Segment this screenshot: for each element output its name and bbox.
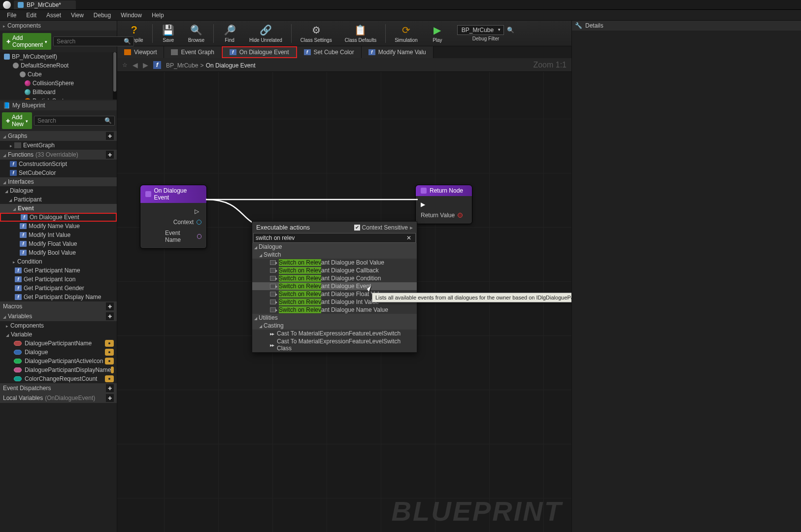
add-function-button[interactable] xyxy=(106,151,114,159)
class-defaults-button[interactable]: 📋Class Defaults xyxy=(341,23,380,44)
blueprint-graph-canvas[interactable]: BLUEPRINT On Dialogue Event Context Even… xyxy=(117,72,571,532)
add-localvar-button[interactable] xyxy=(106,394,114,402)
context-sensitive-toggle[interactable]: ✔Context Sensitive ▸ xyxy=(354,224,413,231)
visibility-toggle[interactable] xyxy=(105,375,114,382)
interface-function-item[interactable]: Modify Bool Value xyxy=(0,248,117,257)
interface-function-item[interactable]: Modify Int Value xyxy=(0,231,117,239)
section-graphs[interactable]: Graphs xyxy=(0,131,117,141)
exec-pin-out[interactable] xyxy=(195,208,201,215)
menu-help[interactable]: Help xyxy=(148,11,168,20)
function-item[interactable]: ConstructionScript xyxy=(19,161,67,167)
graph-item[interactable]: EventGraph xyxy=(23,142,55,149)
component-row[interactable]: Cube xyxy=(28,71,42,78)
function-item[interactable]: SetCubeColor xyxy=(19,169,56,176)
section-functions[interactable]: Functions (33 Overridable) xyxy=(0,150,117,160)
menu-asset[interactable]: Asset xyxy=(42,11,65,20)
interface-function-item[interactable]: Get Participant Name xyxy=(0,266,117,275)
play-button[interactable]: ▶Play xyxy=(427,23,448,44)
menu-window[interactable]: Window xyxy=(117,11,146,20)
blueprint-tree[interactable]: Graphs EventGraph Functions (33 Overrida… xyxy=(0,131,117,532)
tab-viewport[interactable]: Viewport xyxy=(117,46,164,58)
component-row[interactable]: CollisionSphere xyxy=(33,80,74,87)
find-button[interactable]: 🔎Find xyxy=(219,23,240,44)
interface-function-item[interactable]: Get Participant Icon xyxy=(0,275,117,284)
tab-modify-name-value[interactable]: Modify Name Valu xyxy=(362,46,434,58)
context-menu-item[interactable]: ▸▸Cast To MaterialExpressionFeatureLevel… xyxy=(252,330,417,337)
context-menu-item[interactable]: Switch on Relevant Dialogue Name Value xyxy=(252,306,417,314)
add-new-button[interactable]: Add New xyxy=(2,112,32,129)
nav-back-button[interactable]: ◀ xyxy=(133,61,138,69)
breadcrumb[interactable]: BP_MrCube > On Dialogue Event xyxy=(166,61,255,69)
component-row[interactable]: Billboard xyxy=(33,89,56,96)
node-context-menu[interactable]: Executable actions ✔Context Sensitive ▸ … xyxy=(252,221,417,353)
menu-view[interactable]: View xyxy=(67,11,88,20)
save-button[interactable]: 💾Save xyxy=(158,23,179,44)
section-event-dispatchers[interactable]: Event Dispatchers xyxy=(0,383,117,393)
interface-function-item[interactable]: Get Participant Gender xyxy=(0,284,117,293)
var-group-components[interactable]: Components xyxy=(10,322,44,329)
context-menu-item[interactable]: ▸▸Cast To MaterialExpressionFeatureLevel… xyxy=(252,337,417,352)
component-row[interactable]: BP_MrCube(self) xyxy=(12,53,57,60)
interface-event-group[interactable]: Event xyxy=(18,205,34,212)
node-return[interactable]: Return Node Return Value xyxy=(415,185,472,224)
components-header[interactable]: Components xyxy=(0,21,117,31)
scrollbar-thumb[interactable] xyxy=(113,52,116,92)
context-menu-item[interactable]: Switch on Relevant Dialogue Bool Value xyxy=(252,259,417,266)
my-blueprint-header[interactable]: 📘 My Blueprint xyxy=(0,100,117,110)
data-pin-in[interactable] xyxy=(458,213,463,218)
favorite-icon[interactable]: ☆ xyxy=(122,62,128,68)
menu-edit[interactable]: Edit xyxy=(22,11,40,20)
components-search-input[interactable] xyxy=(53,36,134,46)
on-dialogue-event-item[interactable]: On Dialogue Event xyxy=(0,213,117,222)
browse-button[interactable]: 🔍Browse xyxy=(184,23,208,44)
hide-unrelated-button[interactable]: 🔗Hide Unrelated xyxy=(245,23,286,44)
visibility-toggle[interactable] xyxy=(105,349,114,356)
nav-fwd-button[interactable]: ▶ xyxy=(143,61,148,69)
tab-on-dialogue-event[interactable]: On Dialogue Event xyxy=(222,46,297,58)
interface-function-item[interactable]: Get Participant Display Name xyxy=(0,293,117,301)
node-function-entry[interactable]: On Dialogue Event Context Event Name xyxy=(140,185,207,249)
exec-pin-in[interactable] xyxy=(421,201,428,208)
debug-target-selector[interactable]: BP_MrCube xyxy=(457,25,504,35)
simulation-button[interactable]: ⟳Simulation xyxy=(391,23,422,44)
context-menu-search-input[interactable] xyxy=(256,234,404,241)
interface-condition-group[interactable]: Condition xyxy=(17,258,42,265)
menu-file[interactable]: File xyxy=(3,11,20,20)
tab-event-graph[interactable]: Event Graph xyxy=(164,46,221,58)
section-interfaces[interactable]: Interfaces xyxy=(0,177,117,186)
variable-item[interactable]: Dialogue xyxy=(0,348,117,357)
variable-item[interactable]: ColorChangeRequestCount xyxy=(0,374,117,383)
visibility-toggle[interactable] xyxy=(105,340,114,347)
data-pin-out[interactable] xyxy=(197,220,201,225)
section-local-variables[interactable]: Local Variables (OnDialogueEvent) xyxy=(0,393,117,403)
interface-dialogue[interactable]: Dialogue xyxy=(10,187,33,194)
section-macros[interactable]: Macros xyxy=(0,301,117,311)
variable-item[interactable]: DialogueParticipantName xyxy=(0,339,117,348)
component-row[interactable]: ParticleSystem xyxy=(33,98,72,100)
class-settings-button[interactable]: ⚙Class Settings xyxy=(297,23,336,44)
myblueprint-search-input[interactable] xyxy=(34,116,115,126)
context-menu-item[interactable]: Switch on Relevant Dialogue Condition xyxy=(252,274,417,282)
add-macro-button[interactable] xyxy=(106,302,114,310)
component-row[interactable]: DefaultSceneRoot xyxy=(21,62,68,69)
section-variables[interactable]: Variables xyxy=(0,311,117,321)
interface-function-item[interactable]: Modify Name Value xyxy=(0,222,117,231)
add-dispatcher-button[interactable] xyxy=(106,384,114,392)
var-group-variable[interactable]: Variable xyxy=(11,331,32,338)
interface-function-item[interactable]: Modify Float Value xyxy=(0,239,117,248)
add-graph-button[interactable] xyxy=(106,132,114,140)
details-header[interactable]: 🔧 Details xyxy=(572,21,801,31)
variable-item[interactable]: DialogueParticipantDisplayName xyxy=(0,366,117,374)
context-menu-item[interactable]: Switch on Relevant Dialogue Event xyxy=(252,282,417,290)
window-tab[interactable]: BP_MrCube* xyxy=(14,0,76,9)
add-component-button[interactable]: Add Component xyxy=(2,33,51,50)
menu-debug[interactable]: Debug xyxy=(90,11,115,20)
tab-set-cube-color[interactable]: Set Cube Color xyxy=(297,46,362,58)
interface-participant[interactable]: Participant xyxy=(14,196,42,203)
variable-item[interactable]: DialogueParticipantActiveIcon xyxy=(0,357,117,366)
visibility-toggle[interactable] xyxy=(105,358,114,365)
components-scrollbar[interactable] xyxy=(113,52,117,100)
add-variable-button[interactable] xyxy=(106,312,114,320)
context-menu-item[interactable]: Switch on Relevant Dialogue Callback xyxy=(252,266,417,274)
browse-debug-icon[interactable]: 🔍 xyxy=(507,27,514,33)
